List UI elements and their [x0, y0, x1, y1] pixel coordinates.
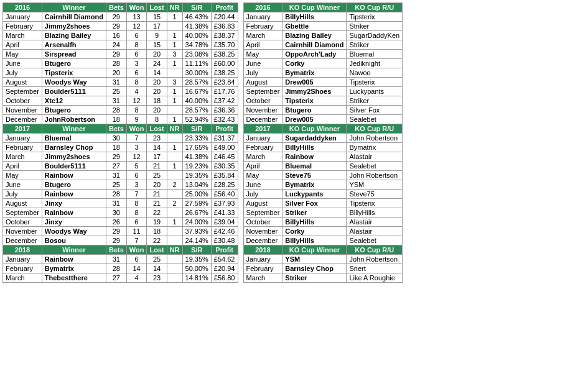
cell-3: 5: [126, 162, 147, 171]
cell-0: February: [3, 143, 42, 152]
cell-3: 7: [126, 134, 147, 143]
cell-3: 4: [126, 87, 147, 96]
table-row: JuneBtugero28324111.11%£60.00: [3, 59, 238, 68]
cell-2: Tipsterix: [347, 199, 403, 208]
cell-7: £23.84: [211, 78, 238, 87]
cell-0: September: [243, 87, 282, 96]
cell-3: 8: [126, 199, 147, 208]
cell-2: John Robertson: [347, 255, 403, 264]
cell-1: Bosou: [42, 236, 106, 245]
table-row: MarchJimmy2shoes29121741.38%£46.45: [3, 152, 238, 162]
cell-1: Sugardaddyken: [282, 134, 347, 143]
table-row: DecemberJohnRobertson1898152.94%£32.43: [3, 115, 238, 124]
cell-0: February: [243, 22, 282, 31]
cell-6: 52.94%: [182, 115, 211, 124]
cell-7: £36.36: [211, 106, 238, 115]
col-header-6: S/R: [182, 3, 211, 12]
year-row: 2016KO Cup WinnerKO Cup R/U: [243, 3, 403, 12]
col-header-6: S/R: [182, 124, 211, 134]
cell-2: 28: [106, 264, 126, 273]
cell-3: 6: [126, 218, 147, 227]
cell-1: Rainbow: [42, 208, 106, 218]
cell-2: 27: [106, 273, 126, 283]
cell-4: 14: [147, 264, 167, 273]
cell-3: 4: [126, 273, 147, 283]
cell-7: £38.25: [211, 68, 238, 78]
table-row: MayRainbow3162519.35%£35.84: [3, 171, 238, 180]
cell-2: Alastair: [347, 218, 403, 227]
cell-1: Rainbow: [42, 171, 106, 180]
cell-2: SugarDaddyKen: [347, 31, 403, 40]
cell-2: 29: [106, 236, 126, 245]
cell-1: Jimmy2shoes: [42, 152, 106, 162]
cell-0: July: [243, 190, 282, 199]
cell-0: March: [243, 152, 282, 162]
cell-1: Arsenalfh: [42, 40, 106, 50]
col-header-1: Winner: [42, 3, 106, 12]
cell-4: 25: [147, 255, 167, 264]
col-header-2: Bets: [106, 245, 126, 255]
cell-6: 17.65%: [182, 143, 211, 152]
year-label: 2017: [3, 124, 42, 134]
cell-2: Sealebet: [347, 162, 403, 171]
cell-0: August: [243, 199, 282, 208]
cell-3: 12: [126, 152, 147, 162]
cell-0: February: [3, 264, 42, 273]
cell-1: Cairnhill Diamond: [282, 40, 347, 50]
cell-6: 40.00%: [182, 31, 211, 40]
cell-1: Drew005: [282, 115, 347, 124]
cell-0: April: [3, 40, 42, 50]
cell-4: 15: [147, 12, 167, 22]
cell-1: BillyHills: [282, 143, 347, 152]
cell-0: February: [243, 143, 282, 152]
table-row: JanuaryYSMJohn Robertson: [243, 255, 403, 264]
year-row: 2018KO Cup WinnerKO Cup R/U: [243, 245, 403, 255]
cell-1: Striker: [282, 208, 347, 218]
table-row: JanuaryBillyHillsTipsterix: [243, 12, 403, 22]
cell-0: December: [243, 236, 282, 245]
cell-2: Nawoo: [347, 68, 403, 78]
cell-3: 9: [126, 115, 147, 124]
table-row: FebruaryBymatrix28141450.00%£20.94: [3, 264, 238, 273]
cell-6: 14.81%: [182, 273, 211, 283]
cell-2: 31: [106, 171, 126, 180]
cell-1: Btugero: [42, 180, 106, 190]
table-row: DecemberBosou2972224.14%£30.48: [3, 236, 238, 245]
cell-4: 14: [147, 68, 167, 78]
cell-1: Drew005: [282, 78, 347, 87]
col-header-2: Bets: [106, 3, 126, 12]
cell-2: Silver Fox: [347, 106, 403, 115]
cell-6: 19.35%: [182, 171, 211, 180]
cell-4: 9: [147, 31, 167, 40]
table-row: FebruaryJimmy2shoes29121741.38%£36.83: [3, 22, 238, 31]
cell-5: 3: [167, 78, 182, 87]
table-row: SeptemberStrikerBillyHills: [243, 208, 403, 218]
cell-3: 14: [126, 264, 147, 273]
table-row: JuneCorkyJediknight: [243, 59, 403, 68]
cell-2: 24: [106, 40, 126, 50]
col-header-2: KO Cup R/U: [347, 124, 403, 134]
table-row: MarchThebestthere2742314.81%£56.80: [3, 273, 238, 283]
cell-0: September: [243, 208, 282, 218]
table-row: OctoberTipsterixStriker: [243, 96, 403, 106]
cell-4: 17: [147, 152, 167, 162]
cell-0: September: [3, 208, 42, 218]
table-row: AugustSilver FoxTipsterix: [243, 199, 403, 208]
cell-2: BillyHills: [347, 208, 403, 218]
table-row: AprilCairnhill DiamondStriker: [243, 40, 403, 50]
cell-5: [167, 273, 182, 283]
table-row: DecemberDrew005Sealebet: [243, 115, 403, 124]
cell-1: Bymatrix: [282, 68, 347, 78]
cell-1: Btugero: [282, 106, 347, 115]
cell-7: £56.40: [211, 190, 238, 199]
cell-0: October: [243, 96, 282, 106]
cell-0: March: [3, 273, 42, 283]
cell-1: Xtc12: [42, 96, 106, 106]
cell-0: August: [243, 78, 282, 87]
cell-5: 1: [167, 143, 182, 152]
cell-0: April: [243, 40, 282, 50]
col-header-2: KO Cup R/U: [347, 245, 403, 255]
cell-3: 8: [126, 78, 147, 87]
cell-2: Bluemal: [347, 50, 403, 59]
cell-2: 29: [106, 50, 126, 59]
